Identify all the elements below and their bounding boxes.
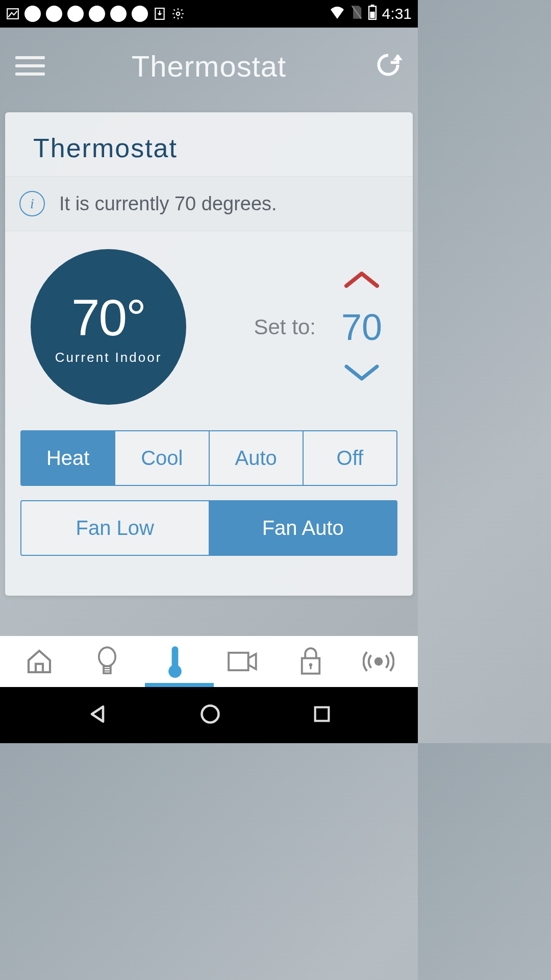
app-header: Thermostat <box>0 28 418 104</box>
current-temp-label: Current Indoor <box>55 350 162 365</box>
mode-cool-button[interactable]: Cool <box>115 431 209 485</box>
tab-lights[interactable] <box>73 636 141 687</box>
svg-rect-14 <box>229 653 248 670</box>
spacer <box>0 596 418 636</box>
notification-dot-icon <box>110 6 127 22</box>
battery-icon <box>368 5 377 23</box>
tab-indicator <box>145 683 214 687</box>
svg-point-18 <box>374 657 383 666</box>
picture-icon <box>6 7 19 20</box>
card-title: Thermostat <box>5 112 413 176</box>
notification-dot-icon <box>132 6 148 22</box>
thermostat-card: Thermostat i It is currently 70 degrees.… <box>5 112 413 596</box>
svg-marker-7 <box>393 54 403 60</box>
notification-dot-icon <box>46 6 62 22</box>
tab-sensor[interactable] <box>345 636 413 687</box>
set-to-label: Set to: <box>254 315 316 339</box>
notification-dot-icon <box>67 6 84 22</box>
menu-button[interactable] <box>15 51 45 81</box>
notification-dot-icon <box>89 6 105 22</box>
temperature-row: 70° Current Indoor Set to: 70 <box>5 231 413 430</box>
fan-low-button[interactable]: Fan Low <box>21 501 210 555</box>
temp-down-button[interactable] <box>343 363 380 385</box>
temp-stepper: 70 <box>341 270 382 385</box>
svg-point-2 <box>177 12 180 16</box>
bottom-tab-bar <box>0 636 418 687</box>
tab-lock[interactable] <box>277 636 345 687</box>
set-temp-block: Set to: 70 <box>186 270 403 385</box>
page-title: Thermostat <box>0 49 418 83</box>
download-icon <box>153 7 166 20</box>
svg-point-19 <box>202 706 218 723</box>
android-home-button[interactable] <box>199 703 221 727</box>
svg-rect-9 <box>104 666 111 673</box>
no-sim-icon <box>350 5 363 23</box>
set-temp-value: 70 <box>341 306 382 348</box>
fan-segmented-control: Fan Low Fan Auto <box>20 500 397 556</box>
svg-point-13 <box>168 665 182 678</box>
android-recent-button[interactable] <box>312 704 332 726</box>
mode-segmented-control: Heat Cool Auto Off <box>20 430 397 486</box>
mode-auto-button[interactable]: Auto <box>210 431 304 485</box>
info-banner: i It is currently 70 degrees. <box>5 176 413 231</box>
android-status-bar: 4:31 <box>0 0 418 28</box>
refresh-button[interactable] <box>374 51 403 81</box>
info-icon: i <box>19 191 45 216</box>
gear-icon <box>171 7 185 20</box>
mode-off-button[interactable]: Off <box>304 431 396 485</box>
status-left <box>6 6 185 22</box>
svg-rect-6 <box>370 11 374 18</box>
svg-rect-20 <box>315 707 329 721</box>
android-nav-bar <box>0 687 418 743</box>
svg-rect-5 <box>370 5 374 6</box>
mode-heat-button[interactable]: Heat <box>21 431 115 485</box>
android-back-button[interactable] <box>86 703 109 727</box>
notification-dot-icon <box>24 6 41 22</box>
svg-point-8 <box>99 647 115 666</box>
status-time: 4:31 <box>382 5 412 22</box>
tab-camera[interactable] <box>209 636 277 687</box>
wifi-icon <box>329 5 345 22</box>
status-right: 4:31 <box>329 5 412 23</box>
current-temp-display: 70° Current Indoor <box>31 249 186 405</box>
current-temp-value: 70° <box>71 288 145 347</box>
temp-up-button[interactable] <box>343 270 380 291</box>
tab-thermostat[interactable] <box>141 636 209 687</box>
fan-auto-button[interactable]: Fan Auto <box>210 501 397 555</box>
info-text: It is currently 70 degrees. <box>59 193 277 215</box>
tab-home[interactable] <box>5 636 73 687</box>
